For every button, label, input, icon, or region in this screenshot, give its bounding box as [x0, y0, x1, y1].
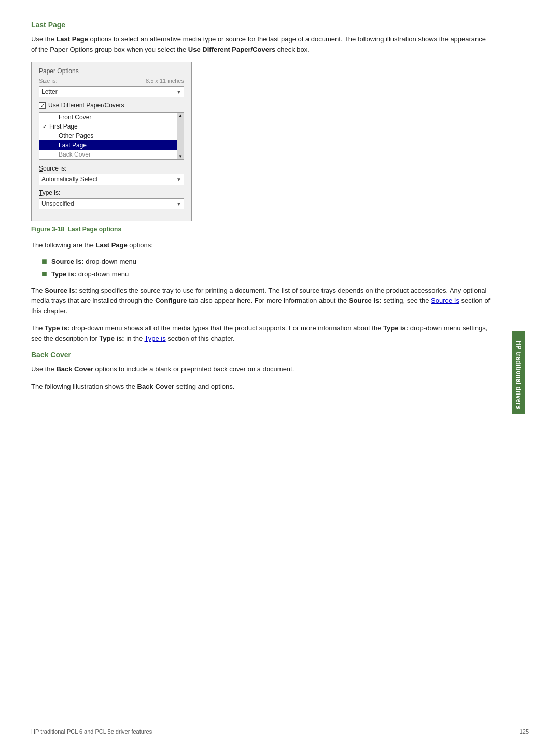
source-description: The Source is: setting specifies the sou… — [31, 286, 493, 316]
following-text: The following are the Last Page options: — [31, 240, 493, 250]
back-cover-para2: The following illustration shows the Bac… — [31, 382, 493, 392]
size-value: 8.5 x 11 inches — [146, 78, 184, 84]
type-description: The Type is: drop-down menu shows all of… — [31, 323, 493, 343]
pages-list-box-wrapper: Front Cover First Page Other Pages Last … — [39, 112, 184, 160]
bullet-dot-icon: ■ — [41, 257, 47, 266]
type-dropdown[interactable]: Unspecified ▼ — [39, 198, 184, 209]
section-back-cover: Back Cover Use the Back Cover options to… — [31, 350, 493, 391]
back-cover-para1: Use the Back Cover options to include a … — [31, 364, 493, 374]
dropdown-value: Letter — [41, 88, 58, 95]
footer: HP traditional PCL 6 and PCL 5e driver f… — [31, 725, 529, 735]
list-item-back-cover[interactable]: Back Cover — [39, 150, 177, 159]
type-dropdown-arrow-icon: ▼ — [174, 201, 181, 207]
source-label: Source is: — [39, 165, 184, 172]
bullet-list: ■ Source is: drop-down menu ■ Type is: d… — [41, 258, 493, 278]
source-dropdown-arrow-icon: ▼ — [174, 177, 181, 182]
letter-dropdown[interactable]: Letter ▼ — [39, 86, 184, 97]
footer-right: 125 — [520, 728, 529, 735]
checkbox-label: Use Different Paper/Covers — [48, 102, 124, 109]
list-item-last-page[interactable]: Last Page — [39, 140, 177, 150]
footer-left: HP traditional PCL 6 and PCL 5e driver f… — [31, 728, 152, 735]
list-item-first-page[interactable]: First Page — [39, 122, 177, 131]
section-title-last-page: Last Page — [31, 21, 493, 29]
figure-caption: Figure 3-18 Last Page options — [31, 226, 493, 233]
group-label: Paper Options — [39, 67, 184, 75]
section-intro: Use the Last Page options to select an a… — [31, 34, 493, 54]
side-tab: HP traditional drivers — [512, 331, 525, 414]
scroll-up-icon[interactable]: ▲ — [178, 113, 183, 118]
type-value: Unspecified — [41, 200, 74, 207]
list-item-other-pages[interactable]: Other Pages — [39, 131, 177, 140]
size-row: Size is: 8.5 x 11 inches — [39, 78, 184, 84]
type-is-link[interactable]: Type is — [145, 334, 166, 342]
use-different-checkbox-row[interactable]: ✓ Use Different Paper/Covers — [39, 102, 184, 109]
figure-paper-options: Paper Options Size is: 8.5 x 11 inches L… — [31, 62, 192, 221]
source-is-link[interactable]: Source Is — [431, 297, 459, 304]
type-label: Type is: — [39, 189, 184, 196]
list-item-front-cover[interactable]: Front Cover — [39, 113, 177, 122]
dropdown-arrow-icon: ▼ — [174, 89, 181, 95]
bullet-dot-icon-2: ■ — [41, 269, 47, 278]
bullet-type: ■ Type is: drop-down menu — [41, 270, 493, 278]
source-value: Automatically Select — [41, 176, 97, 183]
source-dropdown[interactable]: Automatically Select ▼ — [39, 174, 184, 185]
section-last-page: Last Page Use the Last Page options to s… — [31, 21, 493, 343]
bullet-source: ■ Source is: drop-down menu — [41, 258, 493, 266]
scroll-down-icon[interactable]: ▼ — [178, 154, 183, 159]
size-label: Size is: — [39, 78, 57, 84]
checkbox-icon[interactable]: ✓ — [39, 102, 46, 109]
section-title-back-cover: Back Cover — [31, 350, 493, 359]
